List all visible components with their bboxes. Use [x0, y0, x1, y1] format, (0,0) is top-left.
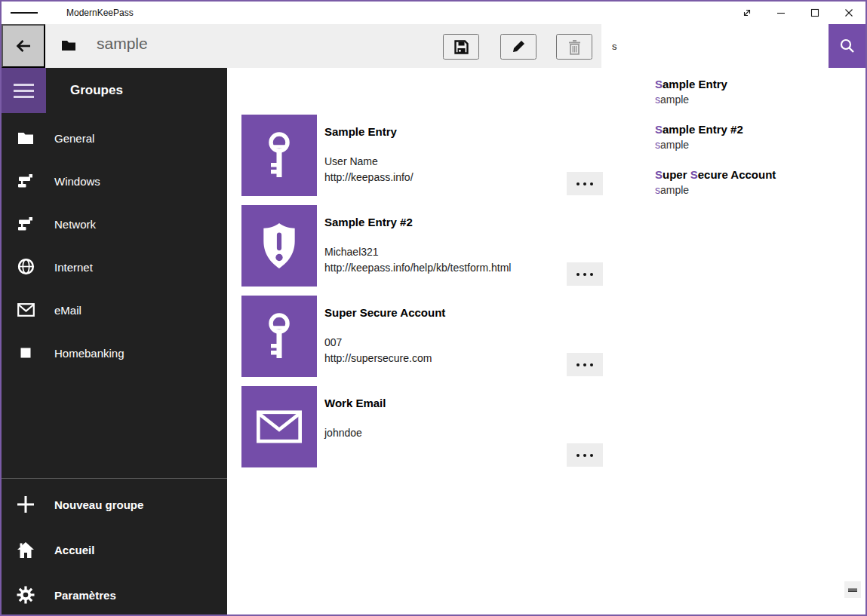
shield-alert-icon [262, 222, 297, 269]
key-icon [263, 311, 296, 361]
entry-url: http://supersecure.com [324, 352, 432, 364]
sidebar-item-email[interactable]: eMail [2, 288, 227, 331]
sidebar-divider [2, 478, 227, 479]
square-icon [17, 344, 35, 362]
entry-title: Work Email [324, 397, 386, 409]
save-button[interactable] [443, 34, 479, 60]
suggestion-title: Super Secure Account [655, 168, 829, 182]
sidebar-item-settings[interactable]: Paramètres [2, 572, 227, 616]
key-icon [263, 130, 296, 180]
entry-more-button[interactable] [567, 443, 603, 467]
back-arrow-icon [14, 36, 33, 56]
sidebar-item-home[interactable]: Accueil [2, 527, 227, 572]
sidebar-hamburger-button[interactable] [2, 68, 46, 113]
entry-username: User Name [324, 155, 378, 167]
pencil-icon [511, 39, 526, 54]
minus-icon [848, 588, 857, 592]
titlebar-hamburger-icon[interactable] [11, 2, 38, 24]
mail-icon [17, 301, 35, 319]
sidebar-item-label: Internet [54, 260, 93, 273]
suggestion-item[interactable]: Sample Entry #2 sample [603, 116, 829, 161]
entry-tile[interactable] [241, 296, 317, 377]
sidebar-item-network[interactable]: Network [2, 202, 227, 245]
entry-more-button[interactable] [567, 172, 603, 195]
maximize-button[interactable] [798, 2, 832, 24]
search-button[interactable] [829, 24, 865, 68]
sidebar-item-label: Network [54, 217, 96, 230]
close-button[interactable] [832, 2, 865, 24]
fullscreen-button[interactable] [730, 2, 764, 24]
sidebar-item-label: Homebanking [54, 346, 125, 359]
entry-url: http://keepass.info/help/kb/testform.htm… [324, 262, 511, 274]
workstation-icon [17, 215, 35, 233]
suggestion-group: sample [655, 183, 829, 198]
mail-icon [257, 410, 302, 443]
suggestion-item[interactable]: Super Secure Account sample [603, 161, 829, 207]
suggestion-title: Sample Entry [655, 78, 829, 91]
sidebar-item-homebanking[interactable]: Homebanking [2, 331, 227, 374]
entry-row-work-email[interactable]: Work Email johndoe [241, 386, 605, 467]
workstation-icon [17, 172, 35, 190]
sidebar-item-new-group[interactable]: Nouveau groupe [2, 482, 227, 527]
database-title: sample [97, 35, 148, 53]
sidebar-item-general[interactable]: General [2, 116, 227, 159]
search-input[interactable] [601, 24, 829, 68]
entry-row-sample-entry[interactable]: Sample Entry User Name http://keepass.in… [241, 115, 605, 196]
delete-button[interactable] [556, 34, 592, 60]
entry-row-sample-entry-2[interactable]: Sample Entry #2 Michael321 http://keepas… [241, 205, 605, 287]
window-controls [730, 2, 865, 24]
groups-header: Groupes [70, 68, 123, 113]
entry-tile[interactable] [241, 205, 317, 287]
entry-tile[interactable] [241, 386, 317, 467]
zoom-out-button[interactable] [844, 581, 861, 598]
entry-tile[interactable] [241, 115, 317, 196]
titlebar: ModernKeePass [2, 2, 865, 24]
search-suggestions: Sample Entry sample Sample Entry #2 samp… [603, 71, 829, 207]
close-icon [844, 8, 854, 18]
plus-icon [17, 495, 35, 513]
suggestion-title: Sample Entry #2 [655, 123, 829, 136]
app-title: ModernKeePass [66, 2, 134, 24]
sidebar-item-internet[interactable]: Internet [2, 245, 227, 288]
entry-username: 007 [324, 336, 342, 348]
sidebar: Groupes General Windows Network [2, 68, 227, 614]
expand-diagonal-icon [742, 8, 752, 18]
sidebar-item-label: Paramètres [54, 589, 116, 602]
entry-row-super-secure-account[interactable]: Super Secure Account 007 http://supersec… [241, 296, 605, 377]
folder-icon [17, 129, 35, 147]
entry-title: Super Secure Account [324, 306, 445, 319]
globe-icon [17, 258, 35, 276]
trash-icon [567, 39, 582, 55]
sidebar-item-label: Windows [54, 174, 100, 187]
app-bar: sample [2, 24, 865, 68]
database-folder-icon [60, 38, 77, 56]
edit-button[interactable] [500, 34, 536, 60]
entry-title: Sample Entry #2 [324, 216, 413, 228]
suggestion-group: sample [655, 138, 829, 152]
entry-username: Michael321 [324, 246, 379, 258]
suggestion-group: sample [655, 93, 829, 107]
entry-username: johndoe [324, 427, 362, 439]
search-icon [839, 38, 856, 54]
minimize-icon [776, 8, 786, 18]
hamburger-icon [14, 84, 34, 86]
entry-more-button[interactable] [567, 262, 603, 286]
entry-more-button[interactable] [567, 353, 603, 376]
minimize-button[interactable] [764, 2, 798, 24]
gear-icon [17, 586, 35, 604]
entry-title: Sample Entry [324, 125, 397, 138]
sidebar-item-label: Nouveau groupe [54, 498, 143, 511]
sidebar-item-label: General [54, 131, 94, 144]
suggestion-item[interactable]: Sample Entry sample [603, 71, 829, 116]
save-icon [453, 39, 469, 55]
sidebar-item-windows[interactable]: Windows [2, 159, 227, 202]
entry-list: Sample Entry User Name http://keepass.in… [241, 115, 605, 477]
home-icon [17, 541, 35, 559]
entry-url: http://keepass.info/ [324, 171, 414, 183]
sidebar-item-label: Accueil [54, 544, 94, 556]
maximize-icon [810, 8, 820, 18]
back-button[interactable] [2, 24, 45, 68]
sidebar-item-label: eMail [54, 303, 81, 316]
